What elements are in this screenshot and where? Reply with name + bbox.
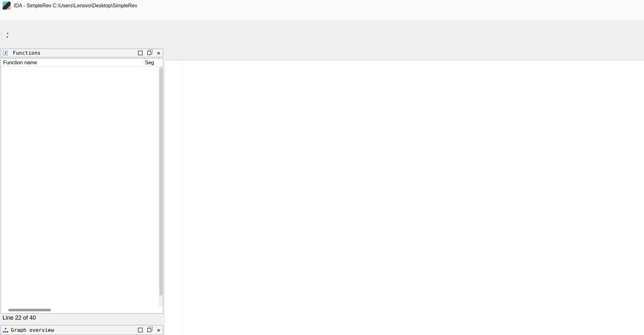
navband-right-arrow[interactable]: ► bbox=[5, 35, 10, 39]
status-line: Line 22 of 40 bbox=[3, 315, 36, 321]
navband-left-arrow[interactable]: ◄ bbox=[5, 32, 10, 35]
functions-panel-title: Functions bbox=[13, 50, 41, 56]
main-area: f Functions × Function name Seg bbox=[0, 48, 644, 335]
functions-icon: f bbox=[3, 51, 8, 55]
navigation-band[interactable] bbox=[11, 32, 644, 39]
pseudocode-panel bbox=[165, 48, 644, 335]
functions-panel-buttons: × bbox=[138, 51, 160, 55]
float-icon[interactable] bbox=[147, 328, 151, 332]
close-icon[interactable]: × bbox=[157, 328, 160, 332]
navband-arrows: ◄ ► bbox=[5, 32, 10, 39]
tab-bar bbox=[165, 48, 644, 60]
vertical-scrollbar-thumb[interactable] bbox=[159, 68, 163, 296]
window-title: IDA - SimpleRev C:\Users\Lenovo\Desktop\… bbox=[14, 3, 137, 9]
functions-panel-header[interactable]: f Functions × bbox=[1, 49, 163, 57]
graph-overview-title: Graph overview bbox=[11, 327, 54, 333]
column-segment[interactable]: Seg bbox=[145, 60, 154, 66]
graph-overview-buttons: × bbox=[138, 328, 160, 332]
functions-panel: f Functions × Function name Seg bbox=[1, 49, 163, 57]
ida-window: IDA - SimpleRev C:\Users\Lenovo\Desktop\… bbox=[0, 0, 644, 335]
functions-panel-body: Function name Seg bbox=[1, 58, 163, 314]
maximize-icon[interactable] bbox=[138, 51, 143, 55]
functions-list bbox=[1, 67, 159, 307]
maximize-icon[interactable] bbox=[138, 328, 143, 332]
column-function-name[interactable]: Function name bbox=[3, 60, 37, 66]
navband-drag-handle[interactable] bbox=[2, 32, 4, 38]
functions-horizontal-scrollbar[interactable] bbox=[1, 307, 159, 313]
graph-overview-header[interactable]: Graph overview × bbox=[1, 325, 163, 335]
color-legend bbox=[0, 39, 644, 48]
app-icon bbox=[3, 2, 11, 10]
navigation-band-row: ◄ ► bbox=[0, 31, 644, 39]
horizontal-scrollbar-thumb[interactable] bbox=[8, 309, 51, 311]
pseudocode-view[interactable] bbox=[165, 60, 644, 335]
float-icon[interactable] bbox=[147, 51, 151, 55]
functions-vertical-scrollbar[interactable] bbox=[159, 67, 163, 307]
menubar bbox=[0, 11, 644, 20]
close-icon[interactable]: × bbox=[157, 51, 160, 55]
toolbar bbox=[0, 20, 644, 31]
titlebar: IDA - SimpleRev C:\Users\Lenovo\Desktop\… bbox=[0, 0, 644, 11]
graph-overview-icon bbox=[3, 328, 8, 332]
functions-column-header[interactable]: Function name Seg bbox=[1, 59, 163, 67]
